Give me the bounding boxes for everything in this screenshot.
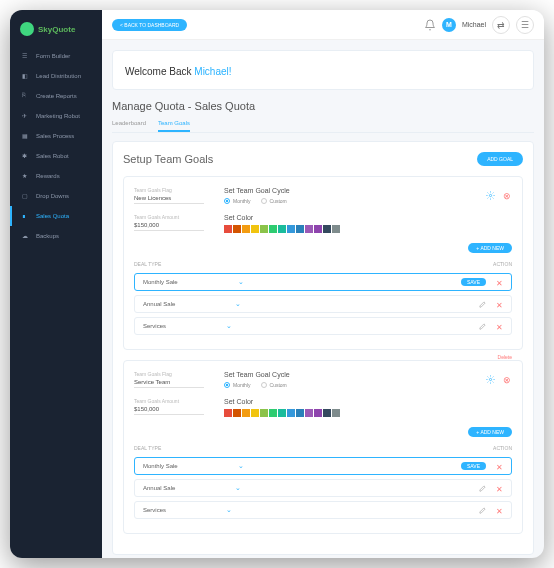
color-swatch[interactable]: [314, 409, 322, 417]
edit-icon[interactable]: [479, 507, 486, 514]
back-to-dashboard-button[interactable]: < BACK TO DASHBOARD: [112, 19, 187, 31]
radio-custom[interactable]: Custom: [261, 198, 287, 204]
color-swatch[interactable]: [314, 225, 322, 233]
color-swatch[interactable]: [242, 225, 250, 233]
add-new-button[interactable]: + ADD NEW: [468, 427, 512, 437]
sidebar-item-rewards[interactable]: ★Rewards: [10, 166, 102, 186]
sidebar-item-label: Create Reports: [36, 93, 77, 99]
sidebar-item-drop-downs[interactable]: ▢Drop Downs: [10, 186, 102, 206]
radio-monthly[interactable]: Monthly: [224, 198, 251, 204]
delete-icon[interactable]: ⊗: [503, 191, 512, 200]
team-flag-value[interactable]: Service Team: [134, 379, 204, 388]
color-swatch[interactable]: [242, 409, 250, 417]
sidebar-item-backups[interactable]: ☁Backups: [10, 226, 102, 246]
color-swatch[interactable]: [233, 225, 241, 233]
goal-amount-label: Team Goals Amount: [134, 398, 204, 404]
color-swatch[interactable]: [296, 409, 304, 417]
color-swatch[interactable]: [296, 225, 304, 233]
deal-row: Services⌄✕: [134, 317, 512, 335]
color-swatch[interactable]: [269, 409, 277, 417]
delete-icon[interactable]: ⊗: [503, 375, 512, 384]
remove-icon[interactable]: ✕: [496, 323, 503, 330]
nav-icon: ∎: [22, 212, 30, 220]
add-goal-button[interactable]: ADD GOAL: [477, 152, 523, 166]
deal-select[interactable]: Services⌄: [143, 322, 232, 330]
color-swatch[interactable]: [251, 409, 259, 417]
color-swatch[interactable]: [332, 409, 340, 417]
deal-select[interactable]: Annual Sale⌄: [143, 484, 241, 492]
color-swatch[interactable]: [278, 409, 286, 417]
gear-icon[interactable]: [486, 191, 495, 200]
tab-leaderboard[interactable]: Leaderboard: [112, 120, 146, 132]
deal-select[interactable]: Monthly Sale⌄: [143, 278, 244, 286]
color-swatch[interactable]: [269, 225, 277, 233]
goal-block: Team Goals FlagNew LicencesSet Team Goal…: [123, 176, 523, 350]
color-swatch[interactable]: [332, 225, 340, 233]
color-swatch[interactable]: [305, 225, 313, 233]
avatar[interactable]: M: [442, 18, 456, 32]
bell-icon[interactable]: [424, 19, 436, 31]
sidebar-item-label: Form Builder: [36, 53, 70, 59]
topbar: < BACK TO DASHBOARD M Michael ⇄ ☰: [102, 10, 544, 40]
goal-amount-value[interactable]: $150,000: [134, 222, 204, 231]
deal-select[interactable]: Monthly Sale⌄: [143, 462, 244, 470]
remove-icon[interactable]: ✕: [496, 507, 503, 514]
remove-icon[interactable]: ✕: [496, 485, 503, 492]
color-swatch[interactable]: [287, 409, 295, 417]
gear-icon[interactable]: [486, 375, 495, 384]
edit-icon[interactable]: [479, 301, 486, 308]
page-title: Manage Quota - Sales Quota: [112, 100, 534, 112]
username-label: Michael: [462, 21, 486, 28]
color-swatch[interactable]: [323, 409, 331, 417]
chevron-down-icon: ⌄: [226, 506, 232, 514]
nav-icon: ✈: [22, 112, 30, 120]
deal-select[interactable]: Annual Sale⌄: [143, 300, 241, 308]
radio-custom[interactable]: Custom: [261, 382, 287, 388]
sidebar-item-sales-robot[interactable]: ✱Sales Robot: [10, 146, 102, 166]
color-swatch[interactable]: [224, 225, 232, 233]
color-swatch[interactable]: [260, 225, 268, 233]
menu-icon[interactable]: ☰: [516, 16, 534, 34]
color-swatch[interactable]: [287, 225, 295, 233]
remove-icon[interactable]: ✕: [496, 463, 503, 470]
color-swatch[interactable]: [233, 409, 241, 417]
chevron-down-icon: ⌄: [238, 278, 244, 286]
svg-point-0: [489, 194, 491, 196]
chevron-down-icon: ⌄: [238, 462, 244, 470]
team-flag-value[interactable]: New Licences: [134, 195, 204, 204]
nav-icon: ✱: [22, 152, 30, 160]
sidebar-item-sales-process[interactable]: ▦Sales Process: [10, 126, 102, 146]
sidebar-item-create-reports[interactable]: ⎘Create Reports: [10, 86, 102, 106]
team-flag-label: Team Goals Flag: [134, 187, 204, 193]
deal-type-header: DEAL TYPE: [134, 261, 161, 267]
color-swatch[interactable]: [278, 225, 286, 233]
goal-amount-value[interactable]: $150,000: [134, 406, 204, 415]
deal-row: Monthly Sale⌄SAVE✕: [134, 273, 512, 291]
deal-select[interactable]: Services⌄: [143, 506, 232, 514]
sidebar-item-sales-quota[interactable]: ∎Sales Quota: [10, 206, 102, 226]
color-swatch[interactable]: [305, 409, 313, 417]
edit-icon[interactable]: [479, 323, 486, 330]
nav-icon: ⎘: [22, 92, 30, 100]
sidebar-item-label: Sales Process: [36, 133, 74, 139]
color-swatch[interactable]: [323, 225, 331, 233]
edit-icon[interactable]: [479, 485, 486, 492]
sidebar-item-form-builder[interactable]: ☰Form Builder: [10, 46, 102, 66]
logo: SkyQuote: [10, 18, 102, 46]
remove-icon[interactable]: ✕: [496, 301, 503, 308]
cycle-label: Set Team Goal Cycle: [224, 371, 466, 378]
remove-icon[interactable]: ✕: [496, 279, 503, 286]
tab-team-goals[interactable]: Team Goals: [158, 120, 190, 132]
save-button[interactable]: SAVE: [461, 462, 486, 470]
sidebar-item-label: Backups: [36, 233, 59, 239]
add-new-button[interactable]: + ADD NEW: [468, 243, 512, 253]
save-button[interactable]: SAVE: [461, 278, 486, 286]
status-icon[interactable]: ⇄: [492, 16, 510, 34]
color-swatch[interactable]: [260, 409, 268, 417]
sidebar-item-lead-distribution[interactable]: ◧Lead Distribution: [10, 66, 102, 86]
sidebar-item-marketing-robot[interactable]: ✈Marketing Robot: [10, 106, 102, 126]
radio-monthly[interactable]: Monthly: [224, 382, 251, 388]
color-swatch[interactable]: [224, 409, 232, 417]
color-swatch[interactable]: [251, 225, 259, 233]
chevron-down-icon: ⌄: [235, 300, 241, 308]
